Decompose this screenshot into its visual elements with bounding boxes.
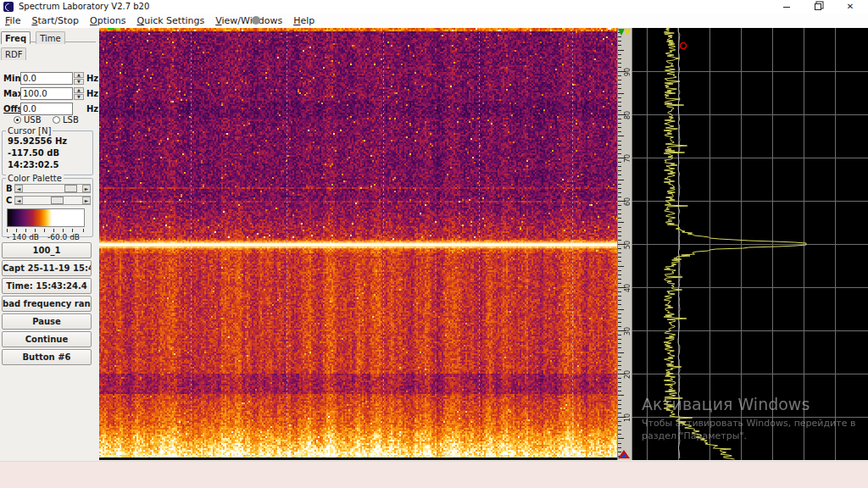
lsb-radio[interactable]: LSB xyxy=(53,115,79,125)
usb-radio-dot xyxy=(14,116,21,124)
spectrum-lab-window: Spectrum Laboratory V2.7 b20 ✕ File Star… xyxy=(0,0,868,488)
contrast-slider-row: C ◄ ► xyxy=(4,196,92,205)
lsb-radio-dot xyxy=(53,116,60,124)
spectrum-graph[interactable] xyxy=(632,28,868,460)
menu-options[interactable]: Options xyxy=(90,15,125,26)
button-6[interactable]: Button #6 xyxy=(2,349,92,365)
freq-range-button[interactable]: bad frequency range xyxy=(2,296,92,312)
cursor-level: -117.50 dB xyxy=(8,148,59,158)
restore-button[interactable] xyxy=(805,0,831,14)
min-freq-row: Min ▲▼ Hz xyxy=(0,72,99,86)
tab-time[interactable]: Time xyxy=(36,31,64,44)
offset-row: Offs Hz xyxy=(0,103,99,116)
continue-button[interactable]: Continue xyxy=(2,331,92,347)
offs-input[interactable] xyxy=(20,103,73,115)
frequency-scale[interactable] xyxy=(617,28,632,460)
tab-strip: Freq Time RDF xyxy=(1,29,96,42)
usb-radio[interactable]: USB xyxy=(14,115,42,125)
capture-button[interactable]: Capt 25-11-19 15:43:24 xyxy=(2,260,92,276)
pause-button[interactable]: Pause xyxy=(2,313,92,330)
contrast-slider[interactable]: ◄ ► xyxy=(14,196,91,205)
palette-scale-max: -60.0 dB xyxy=(47,233,80,241)
cursor-time: 14:23:02.5 xyxy=(8,160,59,169)
offs-unit: Hz xyxy=(86,104,98,114)
max-freq-input[interactable] xyxy=(20,87,73,100)
menu-bar: File Start/Stop Options Quick Settings V… xyxy=(0,14,868,28)
slider-right-arrow-icon[interactable]: ► xyxy=(82,197,91,204)
contrast-thumb[interactable] xyxy=(51,197,64,204)
max-unit: Hz xyxy=(86,89,98,98)
time-button[interactable]: Time: 15:43:24.4 xyxy=(2,278,92,294)
preset-button[interactable]: 100_1 xyxy=(2,242,92,258)
palette-gradient-bar xyxy=(7,208,85,227)
min-spinner[interactable]: ▲▼ xyxy=(74,72,84,85)
slider-left-arrow-icon[interactable]: ◄ xyxy=(14,185,23,192)
tab-rdf[interactable]: RDF xyxy=(1,47,26,60)
slider-right-arrow-icon[interactable]: ► xyxy=(82,185,91,192)
window-title: Spectrum Laboratory V2.7 b20 xyxy=(19,1,149,13)
sideband-radios: USB LSB xyxy=(0,115,99,127)
max-spinner[interactable]: ▲▼ xyxy=(74,87,84,100)
taskbar: Поиск ✦ ✦ O ⚙ ✈ РУС 15:43 19.11.2025 1 xyxy=(0,461,868,488)
min-label: Min xyxy=(3,74,21,83)
brightness-slider[interactable]: ◄ ► xyxy=(14,184,91,193)
min-freq-input[interactable] xyxy=(20,72,73,85)
title-bar: Spectrum Laboratory V2.7 b20 ✕ xyxy=(0,0,868,14)
menu-file[interactable]: File xyxy=(5,15,20,26)
palette-scale-min: - 140 dB xyxy=(7,233,39,241)
palette-group-title: Color Palette xyxy=(6,174,64,183)
cursor-frequency: 95.92556 Hz xyxy=(8,136,67,146)
menu-start-stop[interactable]: Start/Stop xyxy=(31,15,79,26)
menu-quick-settings[interactable]: Quick Settings xyxy=(136,15,204,26)
status-led-icon xyxy=(252,16,260,25)
cursor-group: Cursor [N] 95.92556 Hz -117.50 dB 14:23:… xyxy=(2,130,93,175)
control-panel: Freq Time RDF Min ▲▼ Hz Max ▲▼ Hz Offs H… xyxy=(0,28,99,460)
minimize-button[interactable] xyxy=(774,0,799,14)
menu-help[interactable]: Help xyxy=(293,15,314,26)
slider-left-arrow-icon[interactable]: ◄ xyxy=(14,197,23,204)
brightness-thumb[interactable] xyxy=(64,185,77,192)
close-button[interactable]: ✕ xyxy=(837,0,863,14)
brightness-label: B xyxy=(6,184,13,193)
tab-freq[interactable]: Freq xyxy=(1,31,31,44)
menu-view-windows[interactable]: View/Windows xyxy=(215,15,282,26)
cursor-group-title: Cursor [N] xyxy=(6,126,53,136)
app-icon xyxy=(3,2,14,12)
max-freq-row: Max ▲▼ Hz xyxy=(0,87,99,101)
min-unit: Hz xyxy=(86,74,98,83)
brightness-slider-row: B ◄ ► xyxy=(4,184,92,193)
spectrogram-waterfall[interactable] xyxy=(99,28,617,460)
contrast-label: C xyxy=(6,196,12,205)
